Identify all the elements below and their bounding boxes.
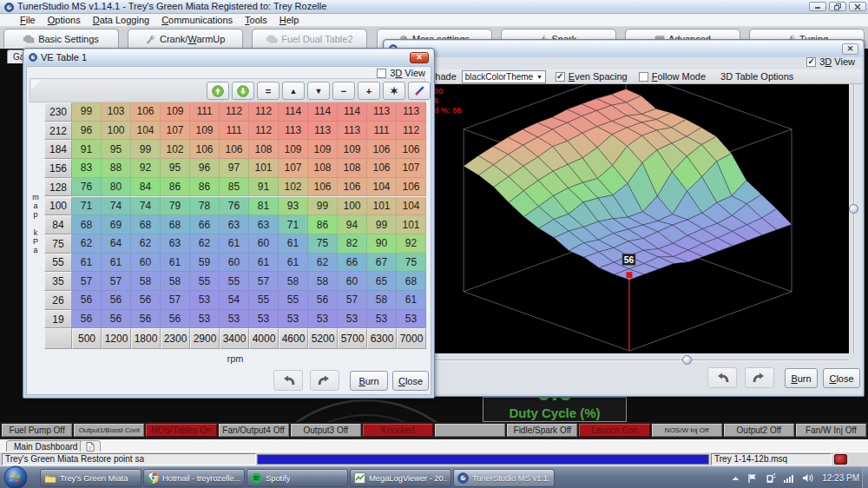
3d-table-options-label[interactable]: 3D Table Options [720,71,793,82]
cell-230-1200[interactable]: 103 [102,102,131,122]
cell-184-1200[interactable]: 95 [102,140,131,159]
close-button-3d[interactable]: Close [823,368,860,388]
cell-128-4000[interactable]: 91 [249,178,279,197]
decrement-button[interactable]: ▼ [307,82,330,100]
cell-55-1800[interactable]: 60 [131,254,161,273]
tab-crank-warmup[interactable]: Crank/WarmUp [128,29,243,49]
cell-156-1200[interactable]: 88 [102,159,131,178]
main-dashboard-tab[interactable]: Main Dashboard [6,440,85,452]
cell-100-2300[interactable]: 79 [161,197,190,216]
cell-75-4600[interactable]: 61 [279,234,308,254]
cell-55-4600[interactable]: 61 [279,254,308,273]
cell-184-4600[interactable]: 109 [279,140,308,159]
cell-26-1200[interactable]: 56 [102,291,131,310]
cell-55-500[interactable]: 61 [72,254,102,273]
taskbar-button-megalogviewer-20[interactable]: MegaLogViewer - 20... [350,469,451,487]
cell-184-2900[interactable]: 106 [190,140,220,159]
cell-75-2300[interactable]: 63 [161,234,190,254]
cell-128-1800[interactable]: 84 [131,178,161,197]
undo-button[interactable] [273,370,303,391]
cell-84-4600[interactable]: 71 [279,215,308,234]
interpolate-button[interactable] [408,82,431,100]
3d-view-checkbox-row[interactable]: 3D View [377,68,425,78]
horizontal-rotation-slider[interactable] [387,355,849,366]
cell-19-1200[interactable]: 56 [102,310,131,329]
cell-75-1200[interactable]: 64 [102,234,131,254]
follow-mode-checkbox-row[interactable]: Follow Mode [639,71,706,82]
menu-options[interactable]: Options [42,14,87,26]
restore-button[interactable] [829,2,846,11]
minus-button[interactable]: − [332,82,355,100]
cell-35-2300[interactable]: 58 [161,272,190,291]
burn-button[interactable]: Burn [350,371,388,391]
cell-184-500[interactable]: 91 [72,140,102,159]
cell-156-4000[interactable]: 101 [249,159,279,178]
cell-156-7000[interactable]: 107 [397,159,426,178]
cell-55-7000[interactable]: 75 [397,254,426,273]
3d-canvas[interactable]: 56 006d %: 56 [385,84,849,353]
dialog-titlebar[interactable]: VE Table 1 ✕ [24,49,433,65]
cell-84-5700[interactable]: 94 [338,215,367,234]
cell-230-5200[interactable]: 114 [308,102,338,122]
taskbar-button-trey-s-green-miata[interactable]: Trey's Green Miata [40,469,141,487]
cell-84-5200[interactable]: 86 [308,215,338,234]
increment-button[interactable]: ▲ [282,82,305,100]
cell-100-1800[interactable]: 74 [131,197,161,216]
close-button[interactable] [849,2,866,11]
cell-184-1800[interactable]: 99 [131,140,161,159]
cell-75-500[interactable]: 62 [72,234,102,254]
cell-75-4000[interactable]: 60 [249,234,279,254]
redo-button-3d[interactable] [745,367,774,388]
cell-184-7000[interactable]: 106 [397,140,426,159]
cell-35-3400[interactable]: 55 [220,272,249,291]
cell-230-4600[interactable]: 114 [279,102,308,122]
cell-184-3400[interactable]: 106 [220,140,249,159]
v-slider-knob[interactable] [849,204,858,214]
cell-128-6300[interactable]: 104 [367,178,397,197]
cell-212-4600[interactable]: 113 [279,122,308,141]
3d-view-checkbox[interactable] [377,69,386,78]
cell-100-5700[interactable]: 100 [338,197,367,216]
cell-230-2300[interactable]: 109 [161,102,190,122]
cell-55-5700[interactable]: 66 [338,254,367,273]
cell-19-2900[interactable]: 53 [190,310,220,329]
cell-26-3400[interactable]: 54 [220,291,249,310]
cell-212-1200[interactable]: 100 [102,122,131,141]
hidden-icons-arrow-icon[interactable] [732,476,740,481]
cell-19-4600[interactable]: 53 [279,310,308,329]
cell-19-3400[interactable]: 53 [220,310,249,329]
cell-19-6300[interactable]: 53 [367,310,397,329]
cell-55-2300[interactable]: 61 [161,254,190,273]
h-slider-knob[interactable] [682,355,692,365]
cell-35-5700[interactable]: 60 [338,272,367,291]
smooth-up-button[interactable] [207,82,229,100]
3d-window-titlebar[interactable]: ✕ [385,41,863,56]
cell-212-1800[interactable]: 104 [131,122,161,141]
cell-19-5700[interactable]: 53 [338,310,367,329]
plus-button[interactable]: + [358,82,380,100]
set-equal-button[interactable]: = [257,82,279,100]
menu-file[interactable]: File [14,14,42,26]
cell-35-7000[interactable]: 68 [397,272,426,291]
even-spacing-checkbox-row[interactable]: ✓ Even Spacing [556,71,628,82]
cell-128-5200[interactable]: 106 [308,178,338,197]
cell-128-2300[interactable]: 86 [161,178,190,197]
cell-84-3400[interactable]: 63 [220,215,249,234]
follow-mode-checkbox[interactable] [639,72,648,82]
cell-128-500[interactable]: 76 [72,178,102,197]
cell-84-7000[interactable]: 101 [397,215,426,234]
cell-128-4600[interactable]: 102 [279,178,308,197]
cell-100-1200[interactable]: 74 [102,197,131,216]
cell-156-6300[interactable]: 106 [367,159,397,178]
cell-100-5200[interactable]: 99 [308,197,338,216]
cell-230-500[interactable]: 99 [72,102,102,122]
cell-212-2300[interactable]: 107 [161,122,190,141]
cell-26-5200[interactable]: 56 [308,291,338,310]
menu-communications[interactable]: Communications [155,14,239,26]
show-desktop-button[interactable] [862,467,868,488]
cell-84-500[interactable]: 68 [72,215,102,234]
undo-button-3d[interactable] [707,367,737,388]
cell-100-4000[interactable]: 81 [249,197,279,216]
cell-55-1200[interactable]: 61 [102,254,131,273]
dashboard-designer-tab[interactable] [80,440,101,452]
